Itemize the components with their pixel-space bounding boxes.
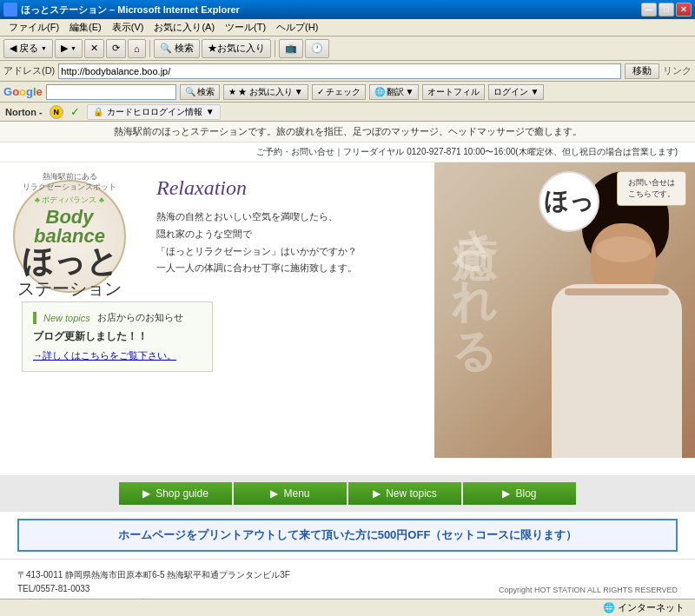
shop-guide-arrow-icon: ▶ [142,487,150,500]
menu-file[interactable]: ファイル(F) [3,20,64,35]
globe-icon: 🌐 [603,602,615,613]
go-button[interactable]: 移動 [625,63,659,79]
news-title: New topics [43,313,90,323]
minimize-button[interactable]: — [641,3,657,17]
norton-bar: Norton - N ✓ 🔒 カードヒロログイン情報 ▼ [0,103,695,122]
logo-small-text: 熱海駅前にあるリラクゼーションスポット [23,172,116,192]
back-dropdown-icon: ▼ [41,45,47,51]
new-topics-button[interactable]: ▶ New topics [348,482,461,505]
favorites-tb-button[interactable]: ★ ★ お気に入り ▼ [223,84,308,100]
kanji-overlay: 癒される [452,197,497,351]
norton-dropdown-icon: ▼ [206,107,215,116]
site-logo: 熱海駅前にあるリラクゼーションスポット ♣ ボディバランス ♣ Body bal… [13,180,126,293]
blog-button[interactable]: ▶ Blog [463,482,576,505]
relaxation-title: Relaxation [156,176,400,200]
login-button[interactable]: ログイン ▼ [488,84,544,100]
site-footer: 〒413-0011 静岡県熱海市田原本町6-5 熱海駅平和通プランタンビル3F … [0,559,695,599]
autofill-button[interactable]: オートフィル [422,84,485,100]
shop-guide-button[interactable]: ▶ Shop guide [119,482,232,505]
address-bar: アドレス(D) 移動 リンク [0,61,695,82]
new-topics-arrow-icon: ▶ [373,487,381,500]
google-search-button[interactable]: 🔍 検索 [180,84,220,100]
media-icon: 📺 [285,43,297,54]
window-title: ほっとステーション – Microsoft Internet Explorer [21,3,641,17]
ie-icon [3,3,17,17]
window-controls: — □ ✕ [641,3,692,17]
blog-arrow-icon: ▶ [502,487,510,500]
stop-icon: ✕ [90,43,98,54]
stop-button[interactable]: ✕ [84,39,104,58]
nav-buttons: ▶ Shop guide ▶ Menu ▶ New topics ▶ Blog [0,475,695,512]
google-search-input[interactable] [46,84,176,100]
menu-arrow-icon: ▶ [270,487,278,500]
home-icon: ⌂ [134,43,140,54]
address-label: アドレス(D) [3,64,55,77]
history-icon: 🕐 [311,43,323,54]
translate-button[interactable]: 🌐 翻訳 ▼ [369,84,420,100]
footer-copyright: Copyright HOT STATION ALL RIGHTS RESERVE… [499,586,678,599]
menu-bar: ファイル(F) 編集(E) 表示(V) お気に入り(A) ツール(T) ヘルプ(… [0,19,695,36]
norton-label: Norton - [5,107,43,117]
back-arrow-icon: ◀ [10,43,17,54]
google-logo: Google [3,85,43,98]
toolbar-separator-2 [275,40,275,57]
toolbar: ◀ 戻る ▼ ▶ ▼ ✕ ⟳ ⌂ 🔍 検索 ★お気に入り 📺 🕐 [0,36,695,61]
site-header-message: 熱海駅前のほっとステーションです。旅の疲れを指圧、足つぼのマッサージ、ヘッドマッ… [0,122,695,142]
links-label: リンク [663,64,692,77]
media-button[interactable]: 📺 [279,39,303,58]
home-button[interactable]: ⌂ [128,39,146,58]
forward-button[interactable]: ▶ ▼ [55,39,83,58]
status-bar: 🌐 インターネット [0,599,695,616]
relaxation-box: Relaxation 熱海の自然とおいしい空気を満喫したら、 隠れ家のような空間… [139,162,417,291]
check-button[interactable]: ✓ チェック [312,84,366,100]
body-shape [552,284,682,458]
menu-help[interactable]: ヘルプ(H) [271,20,323,35]
menu-favorites[interactable]: お気に入り(A) [149,20,220,35]
refresh-button[interactable]: ⟳ [106,39,126,58]
eyes-area [595,236,652,262]
norton-check-icon: ✓ [70,105,80,118]
forward-dropdown-icon: ▼ [70,45,76,51]
url-input[interactable] [58,63,621,79]
refresh-icon: ⟳ [112,43,120,54]
title-bar: ほっとステーション – Microsoft Internet Explorer … [0,0,695,19]
logo-brand-name: Body balance [15,208,124,246]
content-area: 熱海駅前のほっとステーションです。旅の疲れを指圧、足つぼのマッサージ、ヘッドマッ… [0,122,695,599]
news-bar-accent [33,312,36,324]
menu-nav-button[interactable]: ▶ Menu [234,482,347,505]
coupon-bar: ホームページをプリントアウトして来て頂いた方に500円OFF（セットコースに限り… [17,519,678,552]
logo-station: ステーション [17,277,122,301]
hotsu-bubble: ほっ [539,171,599,232]
norton-icon: N [50,105,63,119]
history-button[interactable]: 🕐 [305,39,329,58]
norton-login-info[interactable]: 🔒 カードヒロログイン情報 ▼ [87,104,221,120]
site-right-panel: Relaxation 熱海の自然とおいしい空気を満喫したら、 隠れ家のような空間… [139,162,695,475]
menu-edit[interactable]: 編集(E) [64,20,107,35]
lock-icon: 🔒 [93,107,103,116]
menu-tools[interactable]: ツール(T) [220,20,271,35]
back-button[interactable]: ◀ 戻る ▼ [3,39,53,58]
forward-arrow-icon: ▶ [61,43,68,54]
website: 熱海駅前のほっとステーションです。旅の疲れを指圧、足つぼのマッサージ、ヘッドマッ… [0,122,695,599]
site-main: 熱海駅前にあるリラクゼーションスポット ♣ ボディバランス ♣ Body bal… [0,162,695,475]
inquiry-button[interactable]: お問い合せは こちらです。 [617,171,686,206]
maximize-button[interactable]: □ [659,3,674,17]
arm-shape [565,288,669,295]
search-icon: 🔍 [160,43,172,54]
relaxation-text: 熱海の自然とおいしい空気を満喫したら、 隠れ家のような空間で 「ほっとリラクゼー… [156,209,400,277]
favorites-button[interactable]: ★お気に入り [202,39,271,58]
logo-brand-line: ♣ ボディバランス ♣ [35,195,104,206]
site-left-panel: 熱海駅前にあるリラクゼーションスポット ♣ ボディバランス ♣ Body bal… [0,162,139,475]
google-toolbar: Google 🔍 検索 ★ ★ お気に入り ▼ ✓ チェック 🌐 翻訳 ▼ オー… [0,82,695,103]
search-button[interactable]: 🔍 検索 [154,39,200,58]
close-button[interactable]: ✕ [676,3,692,17]
logo-hot: ほっと [22,246,118,277]
toolbar-separator-1 [149,40,150,57]
footer-address: 〒413-0011 静岡県熱海市田原本町6-5 熱海駅平和通プランタンビル3F … [17,568,290,599]
status-internet: 🌐 インターネット [603,601,685,614]
site-contact-bar: ご予約・お問い合せ｜フリーダイヤル 0120-927-871 10:00〜16:… [0,142,695,162]
menu-view[interactable]: 表示(V) [107,20,149,35]
